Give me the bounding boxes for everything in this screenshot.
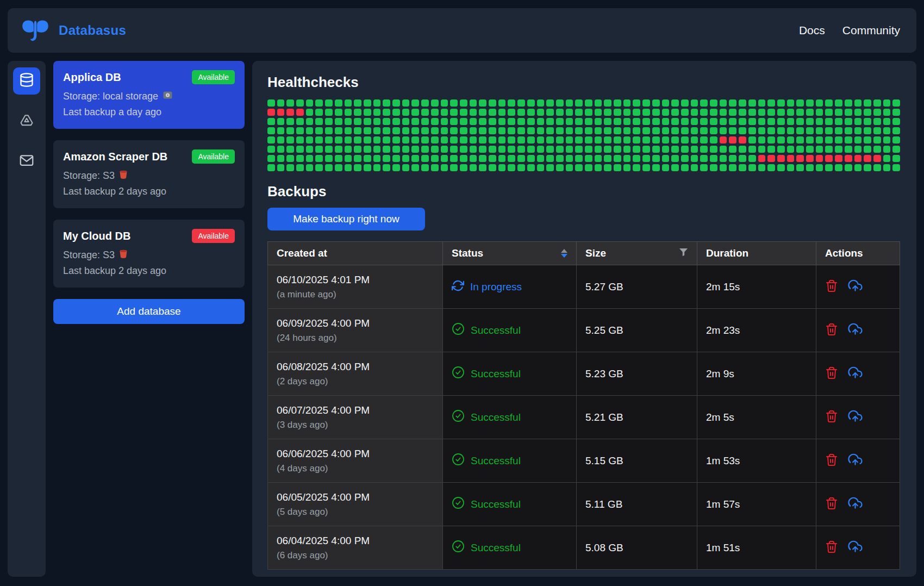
healthcheck-cell bbox=[652, 155, 660, 162]
healthcheck-cell bbox=[604, 164, 611, 171]
healthcheck-cell bbox=[402, 136, 410, 144]
healthcheck-cell bbox=[729, 164, 736, 171]
healthcheck-cell bbox=[335, 99, 342, 107]
check-circle-icon bbox=[452, 453, 465, 469]
healthcheck-cell bbox=[767, 155, 775, 162]
upload-backup-button[interactable] bbox=[848, 279, 863, 295]
upload-backup-button[interactable] bbox=[848, 496, 863, 512]
healthcheck-cell bbox=[595, 99, 602, 107]
delete-backup-button[interactable] bbox=[825, 279, 838, 295]
delete-backup-button[interactable] bbox=[825, 409, 838, 425]
healthcheck-cell bbox=[604, 136, 611, 144]
healthcheck-cell bbox=[546, 155, 554, 162]
healthcheck-cell bbox=[383, 136, 390, 144]
sort-icon[interactable] bbox=[561, 249, 567, 258]
upload-backup-button[interactable] bbox=[848, 540, 863, 556]
healthcheck-cell bbox=[604, 118, 611, 125]
healthcheck-cell bbox=[671, 127, 679, 134]
healthcheck-cell bbox=[441, 164, 448, 171]
healthcheck-cell bbox=[700, 99, 708, 107]
delete-backup-button[interactable] bbox=[825, 366, 838, 382]
healthcheck-cell bbox=[739, 146, 746, 153]
healthcheck-cell bbox=[306, 146, 314, 153]
healthcheck-cell bbox=[566, 146, 573, 153]
healthcheck-cell bbox=[758, 146, 766, 153]
sidebar-item-databases[interactable] bbox=[13, 67, 40, 95]
healthcheck-cell bbox=[345, 99, 352, 107]
healthcheck-cell bbox=[748, 146, 756, 153]
healthcheck-cell bbox=[345, 118, 352, 125]
healthcheck-cell bbox=[739, 127, 746, 134]
healthcheck-cell bbox=[595, 155, 602, 162]
database-card[interactable]: My Cloud DB Available Storage: S3 Last b… bbox=[53, 220, 245, 288]
database-card[interactable]: Amazon Scraper DB Available Storage: S3 … bbox=[53, 140, 245, 208]
healthcheck-cell bbox=[892, 155, 900, 162]
database-card[interactable]: Applica DB Available Storage: local stor… bbox=[53, 61, 245, 129]
upload-backup-button[interactable] bbox=[848, 409, 863, 425]
healthcheck-cell bbox=[402, 164, 410, 171]
healthcheck-cell bbox=[392, 146, 400, 153]
healthcheck-cell bbox=[758, 127, 766, 134]
delete-backup-button[interactable] bbox=[825, 496, 838, 512]
healthcheck-cell bbox=[508, 127, 515, 134]
docs-link[interactable]: Docs bbox=[799, 24, 825, 37]
healthcheck-cell bbox=[354, 109, 361, 116]
healthcheck-cell bbox=[460, 99, 467, 107]
healthcheck-cell bbox=[546, 118, 554, 125]
delete-backup-button[interactable] bbox=[825, 322, 838, 338]
healthcheck-cell bbox=[431, 155, 439, 162]
healthcheck-cell bbox=[595, 118, 602, 125]
add-database-button[interactable]: Add database bbox=[53, 299, 245, 324]
healthcheck-cell bbox=[431, 164, 439, 171]
healthcheck-cell bbox=[892, 127, 900, 134]
delete-backup-button[interactable] bbox=[825, 540, 838, 556]
make-backup-button[interactable]: Make backup right now bbox=[267, 208, 425, 230]
healthcheck-cell bbox=[286, 109, 294, 116]
refresh-icon bbox=[452, 279, 464, 295]
healthcheck-cell bbox=[883, 136, 891, 144]
healthcheck-cell bbox=[431, 127, 439, 134]
healthcheck-cell bbox=[392, 155, 400, 162]
sidebar-item-google-drive[interactable] bbox=[13, 108, 40, 135]
healthcheck-cell bbox=[652, 136, 660, 144]
upload-backup-button[interactable] bbox=[848, 322, 863, 338]
status-cell: Successful bbox=[443, 526, 577, 570]
healthcheck-cell bbox=[325, 118, 333, 125]
healthcheck-cell bbox=[892, 146, 900, 153]
healthcheck-cell bbox=[864, 155, 871, 162]
sidebar-item-mail[interactable] bbox=[13, 148, 40, 175]
upload-backup-button[interactable] bbox=[848, 453, 863, 469]
filter-icon[interactable] bbox=[679, 247, 688, 259]
healthcheck-cell bbox=[777, 99, 785, 107]
delete-backup-button[interactable] bbox=[825, 453, 838, 469]
healthcheck-cell bbox=[623, 164, 631, 171]
healthcheck-cell bbox=[806, 136, 814, 144]
col-header-size[interactable]: Size bbox=[577, 242, 697, 265]
healthcheck-cell bbox=[623, 118, 631, 125]
col-header-status[interactable]: Status bbox=[443, 242, 577, 265]
healthcheck-cell bbox=[652, 146, 660, 153]
healthcheck-cell bbox=[296, 109, 304, 116]
healthcheck-cell bbox=[662, 118, 670, 125]
healthcheck-cell bbox=[441, 109, 448, 116]
healthcheck-cell bbox=[498, 118, 506, 125]
database-name: Amazon Scraper DB bbox=[63, 149, 167, 163]
healthcheck-cell bbox=[267, 155, 275, 162]
healthcheck-cell bbox=[402, 109, 410, 116]
healthcheck-cell bbox=[729, 155, 736, 162]
upload-backup-button[interactable] bbox=[848, 366, 863, 382]
healthcheck-cell bbox=[642, 109, 650, 116]
brand: Databasus bbox=[20, 17, 126, 43]
trash-icon bbox=[825, 279, 838, 295]
healthcheck-cell bbox=[267, 164, 275, 171]
healthcheck-cell bbox=[354, 146, 361, 153]
healthcheck-cell bbox=[315, 146, 323, 153]
healthcheck-cell bbox=[681, 109, 689, 116]
healthcheck-cell bbox=[700, 127, 708, 134]
healthcheck-cell bbox=[854, 155, 862, 162]
healthcheck-cell bbox=[883, 127, 891, 134]
status-cell: Successful bbox=[443, 483, 577, 526]
community-link[interactable]: Community bbox=[842, 24, 900, 37]
healthcheck-cell bbox=[306, 99, 314, 107]
healthcheck-cell bbox=[873, 109, 881, 116]
